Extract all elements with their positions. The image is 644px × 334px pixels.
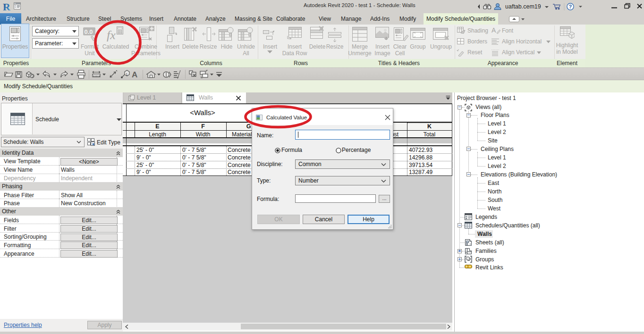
svg-text:1: 1 bbox=[126, 72, 128, 76]
svg-text:0.0: 0.0 bbox=[85, 28, 93, 35]
svg-text:A: A bbox=[491, 26, 496, 34]
svg-text:R: R bbox=[3, 1, 11, 12]
svg-text:A: A bbox=[132, 70, 137, 79]
svg-text:uaftab.cem19: uaftab.cem19 bbox=[505, 3, 541, 10]
svg-text:?: ? bbox=[569, 4, 572, 9]
